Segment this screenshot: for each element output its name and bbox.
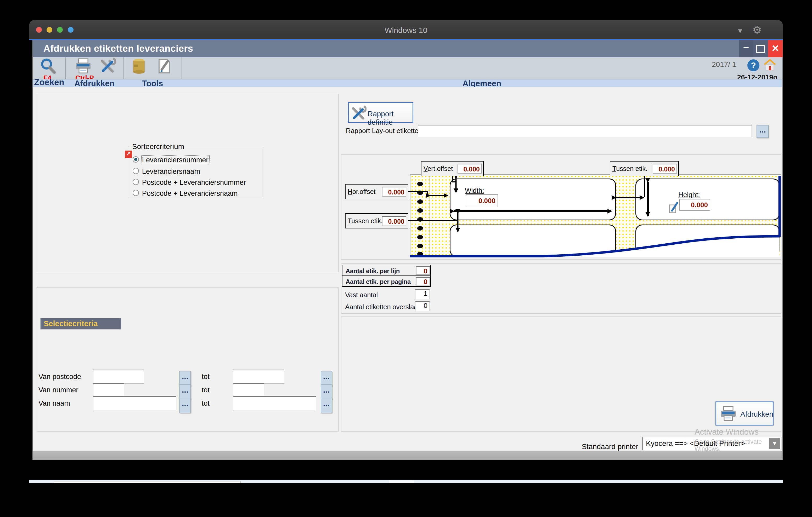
rapport-definitie-button[interactable]: Rapport definitie — [348, 102, 413, 123]
tot-naam-input[interactable] — [233, 396, 316, 410]
start-button[interactable] — [36, 483, 53, 483]
print-toolbar-button[interactable] — [75, 58, 92, 74]
tot-label: tot — [202, 399, 209, 407]
tussen-etik-left-field: Tussen etik. 0.000 — [345, 213, 408, 229]
gear-icon[interactable]: ⚙ — [752, 24, 762, 36]
per-line-input[interactable]: 0 — [416, 266, 430, 275]
active-app-chameleon[interactable] — [389, 480, 414, 483]
cortana-button[interactable] — [239, 483, 256, 483]
tools-toolbar-button[interactable] — [99, 58, 116, 74]
tray-clock-time[interactable]: 12:01 PM — [717, 483, 757, 483]
app-window: Afdrukken etiketten leveranciers − × F4 — [32, 40, 783, 460]
tot-nummer-browse-button[interactable]: ... — [321, 385, 332, 400]
hor-offset-input[interactable]: 0.000 — [382, 187, 406, 196]
van-postcode-label: Van postcode — [38, 373, 81, 381]
tot-postcode-input[interactable] — [233, 370, 284, 384]
tussen-etik-left-label: Tussen etik. — [348, 217, 383, 225]
van-nummer-browse-button[interactable]: ... — [179, 385, 191, 400]
measurement-arrows — [341, 155, 781, 260]
search-icon — [39, 58, 58, 74]
toolbar-band: Zoeken Afdrukken Tools Algemeen — [33, 79, 782, 87]
hor-offset-label: Hor.offset — [348, 188, 376, 195]
printer-icon — [75, 58, 92, 74]
height-input[interactable]: 0.000 — [679, 199, 710, 211]
sort-legend: Sorteercriterium — [130, 143, 186, 151]
activate-windows-hint: Go to Settings to activate Windows. — [695, 438, 782, 452]
layout-browse-button[interactable]: ... — [757, 125, 768, 138]
edge-button[interactable]: e — [290, 483, 307, 483]
skip-count-label: Aantal etiketten overslaan: — [345, 303, 423, 311]
file-explorer-button[interactable] — [316, 483, 333, 483]
van-nummer-label: Van nummer — [38, 386, 79, 394]
home-button[interactable] — [763, 58, 776, 71]
label-preview-panel: Vert.offset 0.000 Tussen etik. 0.000 Hor… — [341, 154, 781, 260]
printer-label: Standaard printer — [560, 443, 638, 451]
width-input[interactable]: 0.000 — [466, 194, 498, 207]
sort-panel: Sorteercriterium Leveranciersnummer Leve… — [37, 94, 339, 272]
hor-offset-field: Hor.offset 0.000 — [345, 184, 408, 199]
minimize-button[interactable]: − — [739, 40, 753, 57]
tussen-etik-top-field: Tussen etik. 0.000 — [610, 161, 679, 176]
radio-icon[interactable] — [133, 168, 139, 174]
print-button[interactable]: Afdrukken — [716, 401, 774, 426]
layout-input[interactable] — [418, 125, 752, 137]
status-bar — [33, 451, 782, 460]
pencil-note-icon — [668, 201, 680, 214]
van-naam-browse-button[interactable]: ... — [179, 398, 191, 413]
radio-icon[interactable] — [133, 179, 139, 185]
per-page-label: Aantal etik. per pagina — [346, 278, 411, 285]
skip-count-input[interactable]: 0 — [415, 301, 430, 311]
width-label: Width: — [465, 187, 484, 195]
toolbar-separator — [65, 57, 66, 79]
vert-offset-label: Vert.offset — [424, 165, 453, 173]
edit-toolbar-button[interactable] — [156, 58, 172, 74]
maximize-button[interactable] — [753, 40, 768, 57]
task-view-button[interactable] — [264, 483, 281, 483]
van-postcode-browse-button[interactable]: ... — [179, 371, 191, 386]
store-button[interactable] — [342, 483, 359, 483]
tot-postcode-browse-button[interactable]: ... — [321, 371, 332, 386]
home-icon — [763, 58, 776, 71]
content-area: Sorteercriterium Leveranciersnummer Leve… — [33, 87, 782, 451]
van-postcode-input[interactable] — [93, 370, 144, 384]
tot-nummer-input[interactable] — [233, 383, 264, 397]
close-button[interactable]: × — [768, 40, 783, 57]
tussen-etik-top-input[interactable]: 0.000 — [653, 163, 677, 174]
vert-offset-field: Vert.offset 0.000 — [421, 161, 484, 176]
chevron-down-icon[interactable]: ▼ — [737, 27, 744, 35]
wrench-screwdriver-icon — [99, 58, 116, 74]
selection-panel: Selectiecriteria Van postcode ... tot ..… — [37, 287, 339, 431]
tussen-etik-left-input[interactable]: 0.000 — [382, 216, 406, 226]
remote-cursor-icon: ↗ — [124, 150, 133, 158]
toolbar-separator — [123, 57, 124, 79]
app-titlebar: Afdrukken etiketten leveranciers − × — [33, 40, 782, 57]
fixed-count-label: Vast aantal — [345, 291, 378, 299]
group-label-zoeken: Zoeken — [33, 78, 65, 87]
per-page-field: Aantal etik. per pagina 0 — [342, 275, 431, 287]
toolbar-separator — [181, 57, 182, 79]
wrench-screwdriver-icon — [350, 105, 367, 121]
van-naam-input[interactable] — [93, 396, 176, 410]
per-page-input[interactable]: 0 — [416, 277, 430, 285]
van-naam-label: Van naam — [38, 399, 70, 407]
search-toolbar-button[interactable] — [39, 58, 58, 74]
taskbar-search[interactable]: Type here to search — [54, 481, 241, 483]
tot-label: tot — [202, 373, 209, 381]
action-center-button[interactable] — [761, 483, 778, 483]
activate-windows-watermark: Activate Windows — [695, 427, 759, 437]
van-nummer-input[interactable] — [93, 383, 124, 397]
radio-icon[interactable] — [133, 190, 139, 196]
counts-panel: Aantal etik. per lijn 0 Aantal etik. per… — [341, 264, 781, 314]
tot-naam-browse-button[interactable]: ... — [321, 398, 332, 413]
fixed-count-input[interactable]: 1 — [415, 289, 430, 299]
help-button[interactable]: ? — [747, 59, 759, 71]
mail-button[interactable] — [367, 483, 384, 483]
radio-icon[interactable] — [133, 156, 139, 162]
vert-offset-input[interactable]: 0.000 — [458, 163, 482, 174]
database-toolbar-button[interactable] — [131, 58, 146, 74]
radio-label: Postcode + Leveranciersnaam — [142, 189, 237, 197]
print-panel: Afdrukken — [341, 316, 781, 431]
period-indicator: 2017/ 1 — [712, 60, 736, 69]
selection-header: Selectiecriteria — [40, 318, 121, 330]
tussen-etik-top-label: Tussen etik. — [612, 165, 647, 173]
